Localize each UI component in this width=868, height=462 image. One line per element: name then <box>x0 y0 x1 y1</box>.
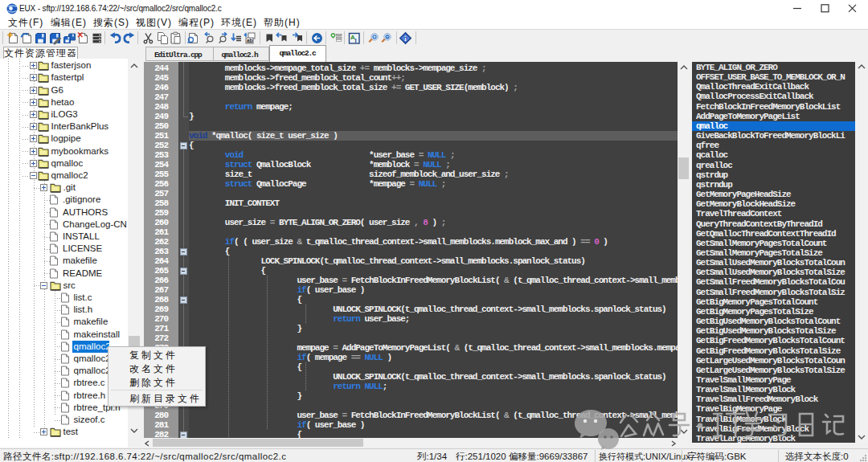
svg-text:l: l <box>355 37 357 44</box>
svg-text:ab: ab <box>247 38 253 43</box>
